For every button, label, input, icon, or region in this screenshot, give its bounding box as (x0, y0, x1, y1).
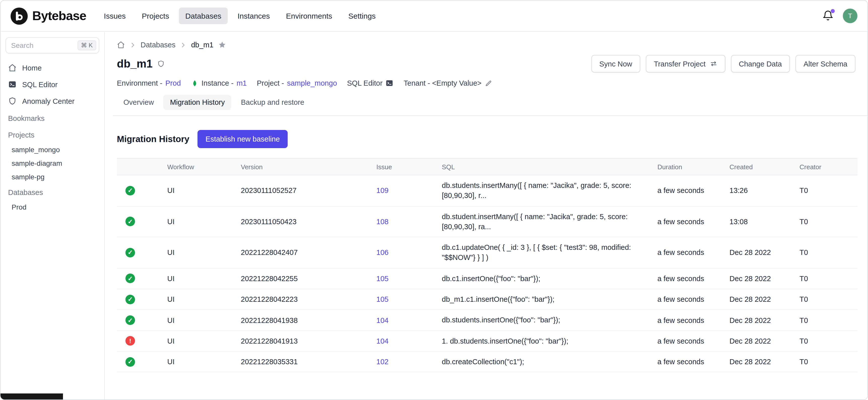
table-row[interactable]: ✓UI20221228041938104db.students.insertOn… (117, 310, 858, 331)
avatar[interactable]: T (843, 8, 858, 23)
sidebar-item-sample-diagram[interactable]: sample-diagram (0, 156, 104, 170)
breadcrumb-databases[interactable]: Databases (141, 41, 176, 49)
table-row[interactable]: !UI202212280419131041. db.students.inser… (117, 331, 858, 351)
created-cell: Dec 28 2022 (730, 237, 800, 268)
table-row[interactable]: ✓UI20221228042223105db_m1.c1.insertOne({… (117, 289, 858, 310)
column-header-version: Version (241, 158, 376, 175)
issue-link[interactable]: 105 (376, 275, 389, 283)
version-cell: 20221228042255 (241, 268, 376, 289)
sql-cell: db.students.insertMany([ { name: "Jacika… (442, 175, 657, 206)
nav-item-databases[interactable]: Databases (179, 7, 228, 24)
notifications-button[interactable] (822, 10, 834, 22)
sidebar-item-prod[interactable]: Prod (0, 200, 104, 214)
breadcrumb: Databases db_m1 (105, 32, 868, 49)
creator-cell: T0 (800, 237, 858, 268)
creator-cell: T0 (800, 206, 858, 237)
creator-cell: T0 (800, 331, 858, 351)
success-icon: ✓ (125, 186, 135, 195)
table-header-row: Workflow Version Issue SQL Duration Crea… (117, 158, 858, 175)
duration-cell: a few seconds (657, 351, 730, 372)
version-cell: 20221228035331 (241, 351, 376, 372)
search-input[interactable] (11, 41, 77, 50)
workflow-cell: UI (167, 351, 241, 372)
issue-link[interactable]: 106 (376, 249, 389, 257)
shield-icon (8, 97, 17, 105)
star-icon[interactable] (218, 41, 226, 49)
status-cell: ✓ (117, 351, 167, 372)
issue-link[interactable]: 105 (376, 295, 389, 303)
nav-item-settings[interactable]: Settings (342, 7, 382, 24)
sql-editor-label: SQL Editor (347, 79, 383, 87)
nav-item-projects[interactable]: Projects (135, 7, 176, 24)
success-icon: ✓ (125, 295, 135, 304)
shield-icon (157, 60, 165, 67)
tab-backup-restore[interactable]: Backup and restore (234, 95, 311, 110)
sidebar-item-anomaly-center[interactable]: Anomaly Center (0, 93, 104, 109)
issue-link[interactable]: 102 (376, 358, 389, 366)
issue-cell: 105 (376, 289, 442, 310)
duration-cell: a few seconds (657, 310, 730, 331)
issue-cell: 104 (376, 331, 442, 351)
title-row: db_m1 Sync Now Transfer Project Change D… (105, 55, 868, 72)
issue-link[interactable]: 104 (376, 337, 389, 345)
sql-cell: db_m1.c1.insertOne({"foo": "bar"}); (442, 289, 657, 310)
tab-overview[interactable]: Overview (117, 95, 160, 110)
breadcrumb-home[interactable] (117, 41, 125, 49)
sql-cell: db.c1.updateOne( { _id: 3 }, [ { $set: {… (442, 237, 657, 268)
transfer-project-label: Transfer Project (654, 60, 706, 68)
nav-item-instances[interactable]: Instances (231, 7, 276, 24)
establish-baseline-button[interactable]: Establish new baseline (197, 130, 288, 148)
tab-migration-history[interactable]: Migration History (163, 95, 231, 110)
alter-schema-button[interactable]: Alter Schema (796, 55, 856, 72)
environment-label: Environment - (117, 79, 162, 87)
sql-editor-meta[interactable]: SQL Editor (347, 79, 394, 87)
table-row[interactable]: ✓UI20221228035331102db.createCollection(… (117, 351, 858, 372)
instance-meta: Instance - m1 (191, 79, 247, 87)
table-row[interactable]: ✓UI20230111050423108db.student.insertMan… (117, 206, 858, 237)
table-row[interactable]: ✓UI20230111052527109db.students.insertMa… (117, 175, 858, 206)
sql-editor-icon[interactable] (385, 79, 394, 87)
sql-cell: db.student.insertMany([ { name: "Jacika"… (442, 206, 657, 237)
status-cell: ✓ (117, 268, 167, 289)
table-row[interactable]: ✓UI20221228042255105db.c1.insertOne({"fo… (117, 268, 858, 289)
instance-link[interactable]: m1 (237, 79, 247, 87)
section-head: Migration History Establish new baseline (117, 130, 856, 148)
section-title: Migration History (117, 134, 189, 144)
sync-now-button[interactable]: Sync Now (591, 55, 640, 72)
issue-link[interactable]: 108 (376, 218, 389, 226)
sql-editor-icon (8, 80, 17, 89)
created-cell: Dec 28 2022 (730, 331, 800, 351)
environment-meta: Environment - Prod (117, 79, 181, 87)
transfer-project-button[interactable]: Transfer Project (646, 55, 725, 72)
brand[interactable]: Bytebase (10, 7, 86, 25)
sidebar-item-sample-mongo[interactable]: sample_mongo (0, 143, 104, 156)
duration-cell: a few seconds (657, 175, 730, 206)
sidebar-item-sample-pg[interactable]: sample-pg (0, 170, 104, 183)
column-header-issue: Issue (376, 158, 442, 175)
change-data-button[interactable]: Change Data (731, 55, 790, 72)
app-window: Bytebase Issues Projects Databases Insta… (0, 0, 868, 400)
search-box[interactable]: ⌘ K (5, 37, 99, 53)
success-icon: ✓ (125, 217, 135, 226)
edit-tenant-button[interactable] (485, 79, 492, 87)
nav-item-environments[interactable]: Environments (279, 7, 339, 24)
sidebar-item-home[interactable]: Home (0, 59, 104, 76)
sidebar-item-sql-editor[interactable]: SQL Editor (0, 76, 104, 93)
nav-item-issues[interactable]: Issues (97, 7, 132, 24)
status-cell: ✓ (117, 206, 167, 237)
duration-cell: a few seconds (657, 268, 730, 289)
creator-cell: T0 (800, 351, 858, 372)
issue-link[interactable]: 109 (376, 187, 389, 195)
column-header-duration: Duration (657, 158, 730, 175)
project-link[interactable]: sample_mongo (287, 79, 337, 87)
creator-cell: T0 (800, 175, 858, 206)
workflow-cell: UI (167, 237, 241, 268)
project-label: Project - (257, 79, 284, 87)
status-cell: ✓ (117, 310, 167, 331)
issue-link[interactable]: 104 (376, 316, 389, 324)
table-row[interactable]: ✓UI20221228042407106db.c1.updateOne( { _… (117, 237, 858, 268)
column-header-status (117, 158, 167, 175)
bytebase-logo-icon (10, 7, 28, 25)
created-cell: Dec 28 2022 (730, 289, 800, 310)
environment-link[interactable]: Prod (165, 79, 181, 87)
